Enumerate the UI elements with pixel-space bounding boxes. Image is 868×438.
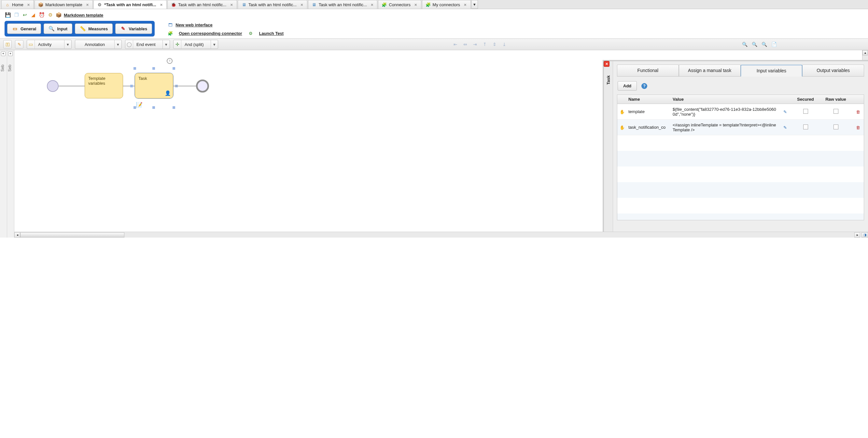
selection-handle[interactable] [130,85,133,87]
tabs-overflow-button[interactable]: ▾ [471,0,478,9]
undo-icon[interactable]: ↩ [22,12,28,18]
top-tab[interactable]: 🖥Task with an html notific...× [308,0,378,9]
dock-panel-button[interactable]: ◨ [862,232,868,238]
align-left-icon[interactable]: ⇤ [453,41,458,47]
task-panel-tab[interactable]: Task [604,61,613,238]
new-web-interface-link[interactable]: New web interface [176,23,212,27]
close-icon[interactable]: × [414,2,418,7]
edit-icon[interactable]: ✎ [783,110,787,114]
open-connector-link[interactable]: Open corresponding connector [179,31,242,36]
col-value[interactable]: Value [671,97,778,102]
tab-input-variables[interactable]: Input variables [741,65,803,77]
measures-button[interactable]: 📏Measures [75,24,113,34]
edit-icon[interactable]: ✎ [783,125,787,130]
align-middle-icon[interactable]: ⇕ [492,41,497,47]
input-button[interactable]: 🔍Input [43,24,72,34]
raw-checkbox[interactable] [834,124,838,129]
endevent-combo[interactable]: ◯ End event ▾ [125,40,170,49]
selection-handle[interactable] [152,67,155,70]
scroll-track[interactable] [20,232,854,238]
tab-output-variables[interactable]: Output variables [802,64,864,76]
align-bottom-icon[interactable]: ⤓ [501,41,507,47]
selection-handle[interactable] [173,67,175,70]
zoom-out-icon[interactable]: 🔍 [751,41,757,47]
save-icon[interactable]: 💾 [5,12,11,18]
sequence-flow[interactable] [59,86,85,86]
chevron-down-icon[interactable]: ▾ [64,40,71,49]
drag-handle-icon[interactable]: ✋ [620,125,625,130]
selection-handle[interactable] [133,106,136,109]
delete-icon[interactable]: 🗑 [856,125,860,130]
scroll-right-button[interactable]: ▸ [854,232,860,238]
delete-icon[interactable]: 🗑 [856,110,860,114]
close-icon[interactable]: × [159,2,163,7]
secured-checkbox[interactable] [803,124,808,129]
breadcrumb-link[interactable]: Markdown template [64,13,103,18]
scroll-up-button[interactable]: ▴ [863,50,868,55]
top-tab[interactable]: 🧩My connectors× [422,0,471,9]
variables-button[interactable]: ✎Variables [115,24,152,34]
col-secured[interactable]: Secured [792,97,819,102]
scroll-thumb[interactable] [20,232,124,238]
close-icon[interactable]: × [370,2,374,7]
pencil-icon[interactable]: ✎ [15,40,24,49]
selection-handle[interactable] [173,106,175,109]
tab-assign-manual[interactable]: Assign a manual task [679,64,741,76]
zoom-in-icon[interactable]: 🔍 [761,41,767,47]
zoom-fit-icon[interactable]: 🔍 [742,41,747,47]
close-icon[interactable]: × [300,2,304,7]
annotation-combo[interactable]: Annotation ▾ [75,40,122,49]
launch-test-link[interactable]: Launch Test [259,31,284,36]
top-tab[interactable]: 📦Markdown template× [34,0,93,9]
gateway-combo[interactable]: ✢ And (split) ▾ [173,40,218,49]
copy-icon[interactable]: ❐ [13,12,20,18]
top-tab[interactable]: 🐞Task with an html notific...× [167,0,237,9]
task-template-variables[interactable]: Template variables [85,73,123,98]
selection-handle[interactable] [133,67,136,70]
task-node[interactable]: Task 👤 [135,73,173,98]
key-icon[interactable]: ⚿ [3,40,12,49]
clock-icon[interactable]: ⏰ [38,12,45,18]
horizontal-scrollbar[interactable]: ◂ ▸ ◨ [14,232,868,238]
chevron-down-icon[interactable]: ▾ [114,40,121,49]
col-raw[interactable]: Raw value [819,97,852,102]
align-center-icon[interactable]: ⇔ [462,41,468,47]
gear-small-icon[interactable]: ⚙ [47,12,53,18]
activity-combo[interactable]: ▭ Activity ▾ [27,40,72,49]
pdf-icon[interactable]: 📄 [771,41,777,47]
close-icon[interactable]: × [229,2,234,7]
table-row[interactable]: ✋template${file_content("fa832770-ed76-1… [617,104,864,120]
drag-handle-icon[interactable]: ✋ [620,110,625,114]
add-button[interactable]: Add [618,81,637,91]
align-top-icon[interactable]: ⤒ [482,41,488,47]
raw-checkbox[interactable] [834,109,838,114]
chevron-down-icon[interactable]: ▾ [162,40,169,49]
start-event[interactable] [47,80,59,92]
sequence-flow[interactable] [173,86,196,86]
top-tab[interactable]: ⌂Home× [1,0,34,9]
expand-lane-icon[interactable]: + [8,52,13,56]
close-icon[interactable]: × [86,2,90,7]
expand-lane-icon[interactable]: + [1,52,5,56]
tab-functional[interactable]: Functional [617,64,679,76]
box-small-icon[interactable]: 📦 [55,12,62,18]
table-row[interactable]: ✋task_notification_co<#assign inlineTemp… [617,120,864,135]
chevron-down-icon[interactable]: ▾ [211,40,218,49]
top-tab[interactable]: 🖥Task with an html notific...× [238,0,307,9]
general-button[interactable]: ▭General [7,24,41,34]
align-right-icon[interactable]: ⇥ [472,41,478,47]
form-icon[interactable]: 📝 [136,102,143,108]
help-icon[interactable]: ? [641,83,647,89]
close-icon[interactable]: × [463,2,467,7]
scroll-left-button[interactable]: ◂ [14,232,20,238]
end-event[interactable] [196,80,209,92]
top-tab[interactable]: ⚙*Task with an html notifi...× [93,0,167,9]
rss-icon[interactable]: ◢ [30,12,36,18]
top-tab[interactable]: 🧩Connectors× [378,0,421,9]
col-name[interactable]: Name [627,97,671,102]
close-panel-button[interactable]: ✕ [603,61,610,67]
sequence-flow[interactable] [123,86,135,86]
selection-handle[interactable] [152,106,155,109]
secured-checkbox[interactable] [803,109,808,114]
close-icon[interactable]: × [27,2,31,7]
